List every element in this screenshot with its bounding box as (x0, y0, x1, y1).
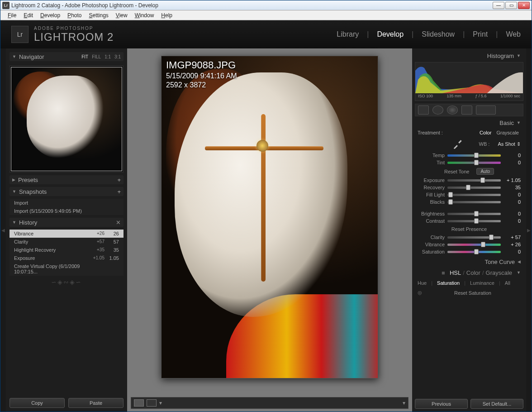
zoom-FIT[interactable]: FIT (81, 54, 88, 59)
module-develop[interactable]: Develop (377, 30, 404, 38)
navigator-thumbnail[interactable] (10, 66, 124, 172)
treatment-row: Treatment : Color Grayscale (415, 129, 523, 136)
collapse-icon: ▼ (12, 189, 16, 194)
module-slideshow[interactable]: Slideshow (422, 30, 455, 38)
previous-button[interactable]: Previous (415, 399, 468, 409)
image-canvas[interactable]: IMGP9088.JPG 5/15/2009 9:41:16 AM 2592 x… (127, 48, 412, 412)
presets-header[interactable]: ▶ Presets + (10, 175, 124, 184)
history-item[interactable]: Highlight Recovery+3535 (10, 246, 124, 254)
crop-tool-icon[interactable] (418, 105, 429, 115)
menu-photo[interactable]: Photo (64, 11, 85, 19)
histogram-focal: 135 mm (446, 94, 461, 98)
hsl-tab-luminance[interactable]: Luminance (470, 280, 494, 286)
hsl-tab-all[interactable]: All (505, 280, 510, 286)
main-image[interactable]: IMGP9088.JPG 5/15/2009 9:41:16 AM 2592 x… (161, 56, 378, 378)
set-default-button[interactable]: Set Default... (470, 399, 523, 409)
histogram-shutter: 1/1000 sec (500, 94, 520, 98)
tone-section: Reset Tone Auto (415, 167, 523, 176)
menu-help[interactable]: Help (157, 11, 176, 19)
slider-contrast[interactable]: Contrast0 (415, 217, 523, 225)
target-adjust-icon[interactable]: ◎ (418, 290, 422, 296)
copy-button[interactable]: Copy (10, 398, 65, 408)
tone-curve-header[interactable]: Tone Curve ◀ (415, 257, 523, 266)
redeye-tool-icon[interactable] (447, 105, 458, 115)
reset-saturation-row[interactable]: ◎ Reset Saturation (415, 289, 523, 297)
hsl-mode-grayscale[interactable]: Grayscale (486, 269, 513, 276)
zoom-1-1[interactable]: 1:1 (104, 54, 111, 59)
snapshot-item[interactable]: Import (10, 199, 124, 207)
window-title: Lightroom 2 Catalog - Adobe Photoshop Li… (11, 2, 493, 9)
menu-edit[interactable]: Edit (20, 11, 37, 19)
navigator-header[interactable]: ▼ Navigator FITFILL1:13:1 (10, 52, 124, 61)
basic-header[interactable]: Basic ▼ (415, 118, 523, 127)
brand-line-1: ADOBE PHOTOSHOP (34, 26, 114, 31)
white-balance-row: WB : As Shot ⇕ (415, 137, 523, 151)
toolbar-menu-icon[interactable]: ▾ (403, 400, 405, 406)
snapshots-header[interactable]: ▼ Snapshots + (10, 187, 124, 196)
compare-view-button[interactable] (147, 399, 157, 407)
slider-vibrance[interactable]: Vibrance+ 26 (415, 241, 523, 248)
loupe-view-button[interactable] (134, 399, 144, 407)
histogram-iso: ISO 100 (418, 94, 433, 98)
add-preset-icon[interactable]: + (117, 177, 121, 183)
zoom-3-1[interactable]: 3:1 (114, 54, 121, 59)
collapse-icon: ▼ (517, 53, 521, 58)
histogram-header[interactable]: Histogram ▼ (415, 51, 523, 60)
add-snapshot-icon[interactable]: + (117, 188, 121, 195)
slider-brightness[interactable]: Brightness0 (415, 210, 523, 217)
zoom-FILL[interactable]: FILL (92, 54, 101, 59)
auto-tone-button[interactable]: Auto (476, 168, 494, 175)
menu-view[interactable]: View (112, 11, 131, 19)
clear-history-icon[interactable]: ✕ (116, 219, 121, 226)
titlebar: Lr Lightroom 2 Catalog - Adobe Photoshop… (0, 0, 532, 10)
slider-tint[interactable]: Tint0 (415, 159, 523, 166)
menu-settings[interactable]: Settings (85, 11, 112, 19)
menu-window[interactable]: Window (131, 11, 158, 19)
slider-saturation[interactable]: Saturation0 (415, 248, 523, 255)
hsl-mode-color[interactable]: Color (466, 269, 480, 276)
toolbar-dropdown-icon[interactable]: ▾ (159, 400, 162, 406)
collapse-icon: ▼ (12, 220, 16, 225)
collapse-icon: ▼ (12, 54, 16, 59)
wb-preset-dropdown[interactable]: As Shot ⇕ (498, 141, 521, 147)
menu-file[interactable]: File (4, 11, 20, 19)
hsl-mode-hsl[interactable]: HSL (450, 269, 461, 276)
hsl-tab-hue[interactable]: Hue (418, 280, 427, 286)
right-panel-toggle[interactable]: ▶ (526, 48, 532, 412)
reset-presence-label[interactable]: Reset Presence (451, 226, 487, 232)
slider-blacks[interactable]: Blacks0 (415, 198, 523, 206)
module-library[interactable]: Library (337, 30, 359, 38)
treatment-grayscale[interactable]: Grayscale (494, 130, 521, 135)
slider-temp[interactable]: Temp0 (415, 152, 523, 159)
slider-clarity[interactable]: Clarity+ 57 (415, 234, 523, 241)
slider-fill-light[interactable]: Fill Light0 (415, 191, 523, 198)
history-item[interactable]: Clarity+5757 (10, 238, 124, 246)
slider-exposure[interactable]: Exposure+ 1.05 (415, 177, 523, 184)
hsl-header[interactable]: ■HSL/Color/Grayscale ▼ (415, 268, 523, 277)
adjust-brush-icon[interactable] (476, 105, 496, 115)
paste-button[interactable]: Paste (68, 398, 124, 408)
history-item[interactable]: Create Virtual Copy (6/1/2009 10:07:15..… (10, 262, 124, 276)
reset-tone-label[interactable]: Reset Tone (444, 169, 469, 174)
left-panel-toggle[interactable]: ◀ (0, 48, 6, 412)
module-web[interactable]: Web (506, 30, 521, 38)
minimize-button[interactable]: — (493, 2, 504, 9)
history-item[interactable]: Exposure+1.051.05 (10, 254, 124, 262)
hsl-tab-saturation[interactable]: Saturation (437, 280, 460, 286)
close-button[interactable]: ✕ (518, 2, 530, 9)
eyedropper-icon[interactable] (452, 138, 464, 150)
histogram-display[interactable]: ISO 100 135 mm ƒ / 5.6 1/1000 sec (415, 62, 523, 101)
image-dimensions: 2592 x 3872 (166, 81, 237, 90)
histogram-aperture: ƒ / 5.6 (475, 94, 486, 98)
history-header[interactable]: ▼ History ✕ (10, 218, 124, 227)
hsl-toggle-icon[interactable]: ■ (442, 269, 445, 276)
maximize-button[interactable]: ▭ (505, 2, 517, 9)
module-print[interactable]: Print (473, 30, 488, 38)
snapshot-item[interactable]: Import (5/15/2009 5:49:05 PM) (10, 207, 124, 215)
treatment-color[interactable]: Color (478, 130, 493, 135)
grad-filter-icon[interactable] (461, 105, 472, 115)
spot-removal-icon[interactable] (432, 105, 443, 115)
history-item[interactable]: Vibrance+2626 (10, 230, 124, 238)
menu-develop[interactable]: Develop (37, 11, 64, 19)
slider-recovery[interactable]: Recovery35 (415, 184, 523, 191)
